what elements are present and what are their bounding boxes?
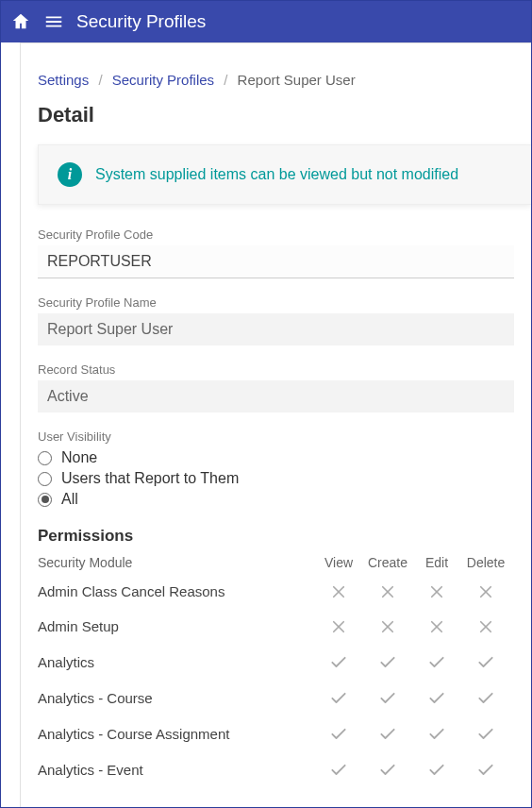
detail-form: Security Profile Code REPORTUSER Securit… [21, 205, 531, 787]
permission-module-name: Analytics - Event [38, 762, 314, 778]
check-icon [314, 760, 363, 779]
page-title: Security Profiles [76, 11, 206, 32]
check-icon [412, 724, 461, 743]
permissions-row: Analytics - Course [38, 680, 510, 715]
field-security-profile-name: Security Profile Name Report Super User [38, 295, 514, 345]
info-icon: i [58, 162, 82, 187]
permissions-header-row: Security Module View Create Edit Delete [38, 551, 510, 574]
check-icon [314, 724, 363, 743]
radio-label: Users that Report to Them [61, 470, 239, 487]
permissions-row: Admin Setup [38, 609, 510, 644]
breadcrumb-current: Report Super User [238, 72, 356, 88]
permission-module-name: Admin Class Cancel Reasons [38, 583, 314, 599]
check-icon [363, 688, 412, 707]
field-user-visibility: User Visibility NoneUsers that Report to… [38, 429, 514, 510]
menu-icon[interactable] [42, 11, 65, 32]
check-icon [412, 760, 461, 779]
field-label: Record Status [38, 362, 514, 377]
field-value-name: Report Super User [38, 313, 514, 345]
check-icon [363, 652, 412, 671]
app-topbar: Security Profiles [1, 1, 531, 42]
breadcrumb-security-profiles[interactable]: Security Profiles [112, 72, 214, 88]
check-icon [461, 724, 510, 743]
info-banner: i System supplied items can be viewed bu… [38, 144, 531, 205]
col-header-edit: Edit [412, 555, 461, 570]
field-record-status: Record Status Active [38, 362, 514, 412]
permission-module-name: Analytics [38, 654, 314, 670]
permissions-row: Analytics [38, 644, 510, 680]
permission-module-name: Analytics - Course [38, 690, 314, 706]
check-icon [412, 688, 461, 707]
check-icon [461, 688, 510, 707]
radio-label: All [61, 491, 78, 508]
visibility-radio-group: NoneUsers that Report to ThemAll [38, 447, 514, 510]
visibility-option[interactable]: None [38, 447, 514, 468]
breadcrumb-sep: / [218, 72, 233, 88]
permissions-heading: Permissions [38, 527, 514, 546]
breadcrumb-sep: / [92, 72, 108, 88]
field-security-profile-code: Security Profile Code REPORTUSER [38, 227, 514, 278]
page-body: Settings / Security Profiles / Report Su… [20, 42, 531, 807]
permissions-table: Security Module View Create Edit Delete … [38, 551, 514, 787]
visibility-option[interactable]: All [38, 489, 514, 510]
cross-icon [461, 617, 510, 635]
col-header-delete: Delete [461, 555, 510, 570]
check-icon [363, 724, 412, 743]
col-header-view: View [314, 555, 363, 570]
check-icon [363, 760, 412, 779]
field-label: Security Profile Name [38, 295, 514, 310]
radio-icon [38, 493, 52, 507]
cross-icon [461, 582, 510, 600]
breadcrumb-settings[interactable]: Settings [38, 72, 89, 88]
info-banner-text: System supplied items can be viewed but … [95, 166, 458, 183]
radio-icon [38, 472, 52, 486]
permissions-row: Analytics - Course Assignment [38, 715, 510, 751]
check-icon [461, 760, 510, 779]
col-header-create: Create [363, 555, 412, 570]
cross-icon [412, 582, 461, 600]
radio-icon [38, 451, 52, 465]
permissions-row: Admin Class Cancel Reasons [38, 574, 510, 609]
cross-icon [363, 617, 412, 635]
permission-module-name: Admin Setup [38, 618, 314, 634]
field-label: User Visibility [38, 429, 514, 444]
cross-icon [363, 582, 412, 600]
check-icon [314, 652, 363, 671]
permission-module-name: Analytics - Course Assignment [38, 726, 314, 742]
breadcrumb: Settings / Security Profiles / Report Su… [21, 60, 531, 95]
field-label: Security Profile Code [38, 227, 514, 242]
check-icon [314, 688, 363, 707]
radio-label: None [61, 449, 97, 466]
home-icon[interactable] [10, 11, 31, 32]
check-icon [461, 652, 510, 671]
visibility-option[interactable]: Users that Report to Them [38, 468, 514, 489]
cross-icon [412, 617, 461, 635]
detail-heading: Detail [21, 95, 531, 144]
permissions-row: Analytics - Event [38, 751, 510, 787]
cross-icon [314, 582, 363, 600]
check-icon [412, 652, 461, 671]
field-value-code[interactable]: REPORTUSER [38, 245, 514, 278]
col-header-module: Security Module [38, 555, 314, 570]
cross-icon [314, 617, 363, 635]
field-value-status: Active [38, 380, 514, 412]
